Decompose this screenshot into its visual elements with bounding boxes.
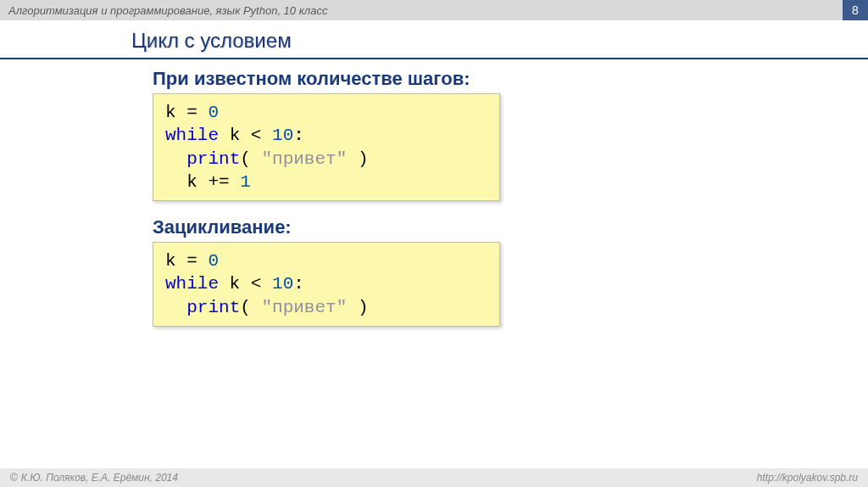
code-text: k += bbox=[186, 172, 240, 192]
code-keyword: while bbox=[165, 126, 219, 145]
code-text: ) bbox=[347, 149, 368, 169]
code-text: ) bbox=[347, 298, 368, 317]
code-text: ( bbox=[240, 298, 261, 317]
code-text: k bbox=[230, 126, 241, 145]
code-string: "привет" bbox=[261, 298, 347, 317]
header-bar: Алгоритмизация и программирование, язык … bbox=[0, 0, 868, 20]
code-text: < bbox=[251, 126, 262, 145]
code-string: "привет" bbox=[261, 149, 347, 169]
code-text: : bbox=[293, 274, 304, 294]
copyright-icon: © bbox=[10, 472, 18, 484]
code-keyword: while bbox=[165, 274, 219, 294]
content-area: При известном количестве шагов: k = 0 wh… bbox=[153, 68, 868, 327]
section1-heading: При известном количестве шагов: bbox=[153, 68, 868, 90]
footer-author: К.Ю. Поляков, Е.А. Ерёмин, 2014 bbox=[21, 472, 178, 484]
title-divider bbox=[0, 58, 868, 59]
code-text: : bbox=[293, 126, 304, 145]
code-keyword: print bbox=[186, 149, 240, 169]
code-text: 10 bbox=[272, 126, 293, 145]
code-text: 0 bbox=[208, 103, 219, 122]
page-number: 8 bbox=[843, 0, 868, 20]
course-title: Алгоритмизация и программирование, язык … bbox=[8, 4, 327, 17]
code-text: 10 bbox=[272, 274, 293, 294]
code-block-1: k = 0 while k < 10: print( "привет" ) k … bbox=[153, 93, 500, 201]
footer-bar: © К.Ю. Поляков, Е.А. Ерёмин, 2014 http:/… bbox=[0, 468, 868, 487]
code-text: k bbox=[165, 103, 176, 122]
code-text: 1 bbox=[240, 172, 251, 192]
code-text: = bbox=[186, 251, 198, 271]
code-keyword: print bbox=[186, 298, 240, 317]
slide-title: Цикл с условием bbox=[131, 29, 868, 53]
code-text: ( bbox=[240, 149, 261, 169]
code-text: 0 bbox=[208, 251, 219, 271]
section2-heading: Зацикливание: bbox=[153, 216, 868, 238]
code-text: < bbox=[251, 274, 262, 294]
code-text: k bbox=[219, 274, 240, 294]
footer-url: http://kpolyakov.spb.ru bbox=[757, 472, 858, 484]
code-text: = bbox=[186, 103, 198, 122]
code-text: k bbox=[165, 251, 176, 271]
footer-copyright: © К.Ю. Поляков, Е.А. Ерёмин, 2014 bbox=[10, 472, 178, 484]
code-block-2: k = 0 while k < 10: print( "привет" ) bbox=[153, 242, 500, 327]
